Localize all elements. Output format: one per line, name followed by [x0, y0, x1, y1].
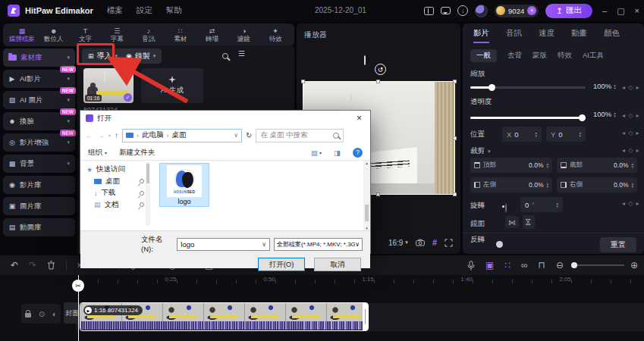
tab-filters[interactable]: ◑濾鏡: [228, 27, 259, 42]
back-icon[interactable]: ←: [86, 131, 93, 139]
zoom-out-icon[interactable]: ⊖: [556, 260, 564, 271]
crop-right-field[interactable]: 右側 0.0% ▴▾: [557, 177, 637, 192]
breadcrumb[interactable]: › 此电脑 › 桌面 ∨: [122, 129, 242, 142]
playhead-split-marker[interactable]: ✂: [72, 280, 84, 292]
up-icon[interactable]: ↑: [115, 131, 118, 139]
minimize-button[interactable]: –: [602, 6, 607, 15]
grid-icon[interactable]: #: [432, 238, 437, 247]
nav-downloads[interactable]: ↓ 下载: [86, 187, 150, 199]
tab-subtitles[interactable]: ☰字幕: [101, 27, 133, 42]
resize-handle[interactable]: [301, 80, 305, 83]
tab-video[interactable]: 影片: [473, 28, 489, 43]
fullscreen-icon[interactable]: [445, 239, 453, 247]
dialog-titlebar[interactable]: 打开 ×: [80, 111, 370, 126]
rotate-handle[interactable]: ↺: [375, 64, 386, 75]
sidebar-item-video-library[interactable]: ◉ 影片庫: [3, 176, 75, 194]
keyframe-control[interactable]: ◂ ◇ ▸: [622, 147, 640, 154]
menu-help[interactable]: 幫助: [166, 5, 182, 16]
add-coins-icon[interactable]: +: [527, 6, 536, 15]
download-icon[interactable]: ↓: [457, 5, 468, 16]
filename-input[interactable]: logo ∨: [177, 238, 270, 251]
crop-top-field[interactable]: 頂部 0.0% ▴▾: [470, 158, 552, 173]
crop-bottom-field[interactable]: 底部 0.0% ▴▾: [557, 158, 637, 173]
breadcrumb-desktop[interactable]: 桌面: [172, 130, 187, 140]
tab-color[interactable]: 顏色: [604, 28, 620, 43]
tab-effects[interactable]: ✦特效: [259, 27, 291, 42]
subtab-mask[interactable]: 蒙版: [532, 51, 547, 61]
forward-icon[interactable]: →: [97, 131, 105, 139]
reset-button[interactable]: 重置: [600, 237, 636, 252]
lock-icon[interactable]: [25, 313, 31, 318]
tab-text[interactable]: T文字: [70, 27, 102, 42]
zoom-in-icon[interactable]: ⊕: [630, 260, 638, 271]
opacity-slider[interactable]: [470, 117, 586, 119]
split-view-icon[interactable]: ▣: [485, 260, 494, 271]
preview-pane-icon[interactable]: ◨: [334, 149, 341, 157]
menu-settings[interactable]: 設定: [137, 5, 152, 16]
sidebar-item-ai-image[interactable]: ▨ AI 圖片 ▾ NEW: [3, 91, 75, 109]
tab-digital-human[interactable]: ☻數位人: [38, 27, 70, 42]
dialog-close-icon[interactable]: ×: [353, 113, 365, 124]
delete-icon[interactable]: [47, 261, 55, 270]
position-y-field[interactable]: Y 0 ▴▾: [546, 127, 586, 142]
dialog-search-input[interactable]: 在 桌面 中搜索: [256, 129, 344, 142]
tab-speed[interactable]: 速度: [539, 28, 554, 43]
rotate-dial[interactable]: [505, 203, 507, 213]
help-icon[interactable]: ?: [353, 148, 363, 158]
nav-documents[interactable]: ▤ 文档: [86, 199, 150, 211]
layout-icon[interactable]: [424, 7, 434, 15]
sidebar-item-gif-library[interactable]: ▤ 動圖庫: [3, 218, 75, 236]
crop-label[interactable]: 裁剪 ▾: [470, 146, 491, 156]
tab-audio-props[interactable]: 音訊: [506, 28, 522, 43]
refresh-icon[interactable]: ↻: [246, 131, 252, 139]
clip-trim-handle[interactable]: [363, 303, 368, 330]
view-mode-icon[interactable]: ▤ ▾: [311, 149, 322, 157]
microphone-icon[interactable]: [467, 261, 475, 271]
keyframe-control[interactable]: ◂ ◇ ▸: [622, 84, 640, 91]
flip-vertical-icon[interactable]: ⋈: [523, 215, 535, 229]
subtab-ai-tools[interactable]: AI工具: [583, 51, 604, 61]
restore-button[interactable]: ▢: [617, 6, 624, 16]
history-chevron-icon[interactable]: ▾: [108, 133, 111, 138]
breadcrumb-dropdown-icon[interactable]: ∨: [234, 132, 238, 139]
sidebar-item-material-library[interactable]: 素材庫 ▾: [3, 48, 75, 67]
sidebar-item-image-library[interactable]: ▣ 圖片庫: [3, 197, 75, 215]
file-type-filter[interactable]: 全部檔案(*.MP4; *.MKV; *.3G2 ∨: [274, 238, 363, 251]
opacity-value[interactable]: 100% ▴▾: [593, 110, 616, 118]
keyframe-control[interactable]: ◂ ◇ ▸: [622, 200, 640, 207]
position-x-field[interactable]: X 0 ▴▾: [502, 127, 542, 142]
close-button[interactable]: ×: [635, 6, 639, 15]
nav-quick-access[interactable]: ★ 快速访问: [86, 164, 150, 176]
resize-handle[interactable]: [453, 136, 457, 140]
search-icon[interactable]: [222, 52, 228, 61]
user-avatar[interactable]: [475, 5, 488, 17]
breadcrumb-this-pc[interactable]: 此电脑: [142, 130, 164, 140]
crop-left-field[interactable]: 左側 0.0% ▴▾: [470, 177, 552, 192]
timeline-ruler[interactable]: 0:25 0:50 1:15 1:40 2:05: [76, 275, 644, 285]
link-icon[interactable]: ∞: [521, 260, 528, 271]
tab-transitions[interactable]: ⇄轉場: [196, 27, 228, 42]
new-folder-button[interactable]: 新建文件夹: [119, 148, 156, 158]
scale-slider[interactable]: [470, 86, 586, 89]
sidebar-item-ai-video[interactable]: ▶ AI影片 ▾ NEW: [3, 70, 75, 88]
redo-icon[interactable]: ↷: [29, 260, 36, 271]
tab-animation[interactable]: 動畫: [571, 28, 587, 43]
nav-desktop[interactable]: 桌面: [86, 176, 150, 188]
file-list-scrollbar[interactable]: ▴ ▾: [363, 161, 370, 230]
sidebar-item-background[interactable]: ▩ 背景 ▾: [3, 155, 75, 173]
resize-handle[interactable]: [453, 80, 457, 83]
subtab-general[interactable]: 一般: [470, 49, 497, 62]
magnet-icon[interactable]: ⊓: [539, 260, 545, 271]
list-view-icon[interactable]: ☰: [238, 49, 245, 58]
coin-balance[interactable]: 9024 +: [495, 5, 539, 17]
export-button[interactable]: ↥ 匯出: [545, 4, 592, 18]
mute-icon[interactable]: ◐: [52, 310, 57, 318]
file-item-logo[interactable]: HOSUNSEO logo: [159, 163, 209, 207]
feedback-icon[interactable]: [441, 7, 451, 14]
timeline-clip[interactable]: ▶ 1:16 807431324: [80, 302, 369, 331]
undo-icon[interactable]: ↶: [11, 260, 18, 271]
subtab-remove-bg[interactable]: 去背: [507, 51, 522, 61]
subtab-effects[interactable]: 特效: [558, 51, 572, 61]
aspect-ratio-selector[interactable]: 16:9 ▾: [388, 239, 408, 247]
cancel-button[interactable]: 取消: [314, 258, 361, 271]
